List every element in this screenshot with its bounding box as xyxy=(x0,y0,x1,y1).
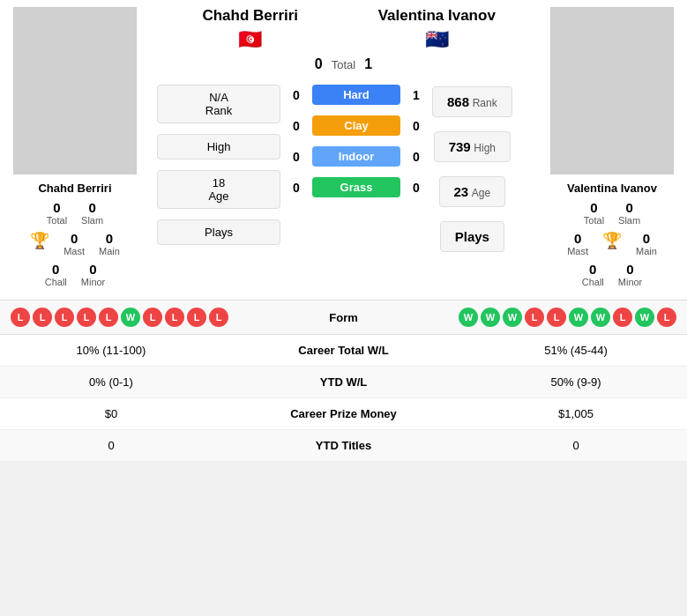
form-badge-right-L: L xyxy=(613,308,632,327)
stats-left-1: 0% (0-1) xyxy=(14,375,208,389)
form-badge-right-W: W xyxy=(503,308,522,327)
center-left-name: Chahd Berriri xyxy=(157,7,344,25)
left-total-value: 0 xyxy=(53,200,60,215)
form-badge-right-L: L xyxy=(657,308,676,327)
right-slam-label: Slam xyxy=(618,215,640,226)
form-badge-right-W: W xyxy=(569,308,588,327)
right-stat-row-3: 0 Chall 0 Minor xyxy=(537,262,687,287)
form-badge-left-L: L xyxy=(143,308,162,327)
left-slam-value: 0 xyxy=(88,200,95,215)
left-chall-value: 0 xyxy=(52,262,59,277)
right-chall-value: 0 xyxy=(589,262,596,277)
stats-table: 10% (11-100) Career Total W/L 51% (45-44… xyxy=(0,334,687,462)
stats-right-3: 0 xyxy=(479,439,673,452)
right-total-label: Total xyxy=(584,215,604,226)
right-stat-row-2: 0 Mast 🏆 0 Main xyxy=(537,231,687,256)
right-mast-stat: 0 Mast xyxy=(567,231,588,256)
surface-row-clay: 0 Clay 0 xyxy=(286,115,427,136)
left-info-boxes: N/A Rank High 18 Age Plays xyxy=(157,81,280,249)
left-form-badges: LLLLLWLLLL xyxy=(11,308,228,327)
stats-center-0: Career Total W/L xyxy=(208,344,479,357)
form-badge-left-L: L xyxy=(209,308,228,327)
hard-badge: Hard xyxy=(312,85,400,105)
left-chall-label: Chall xyxy=(45,277,67,287)
right-plays-value: Plays xyxy=(455,229,489,244)
left-age-value: 18 xyxy=(213,176,225,189)
left-age-label: Age xyxy=(208,189,228,203)
right-main-stat: 0 Main xyxy=(636,231,657,256)
right-age-box: 23 Age xyxy=(439,176,506,207)
form-badge-left-W: W xyxy=(121,308,140,327)
right-minor-stat: 0 Minor xyxy=(618,262,643,287)
left-minor-label: Minor xyxy=(81,277,106,287)
form-badge-left-L: L xyxy=(99,308,118,327)
left-high-box: High xyxy=(157,134,280,160)
stats-row-0: 10% (11-100) Career Total W/L 51% (45-44… xyxy=(0,335,687,367)
left-chall-stat: 0 Chall xyxy=(45,262,67,287)
left-plays-value: Plays xyxy=(205,226,233,239)
form-badge-left-L: L xyxy=(11,308,30,327)
right-age-value: 23 xyxy=(454,184,469,199)
left-main-stat: 0 Main xyxy=(99,231,120,256)
right-slam-value: 0 xyxy=(625,200,632,215)
stats-left-3: 0 xyxy=(14,439,208,452)
left-mast-num: 0 xyxy=(71,231,78,246)
left-high-value: High xyxy=(207,140,231,153)
stats-row-1: 0% (0-1) YTD W/L 50% (9-9) xyxy=(0,367,687,398)
left-stat-row-1: 0 Total 0 Slam xyxy=(0,200,150,226)
right-rank-label: Rank xyxy=(473,97,497,109)
top-section: Chahd Berriri 0 Total 0 Slam 🏆 0 Mast xyxy=(0,0,687,300)
grass-badge: Grass xyxy=(312,177,400,197)
total-row: 0 Total 1 xyxy=(315,56,372,72)
right-high-box: 739 High xyxy=(434,131,511,162)
left-stat-row-2: 🏆 0 Mast 0 Main xyxy=(0,231,150,256)
form-badge-left-L: L xyxy=(55,308,74,327)
left-player-area: Chahd Berriri 0 Total 0 Slam 🏆 0 Mast xyxy=(0,7,150,293)
stats-right-1: 50% (9-9) xyxy=(479,375,673,389)
surface-row-grass: 0 Grass 0 xyxy=(286,177,427,197)
left-mast-value-stat: 0 Mast xyxy=(63,231,85,256)
total-right: 1 xyxy=(364,56,372,72)
right-trophy-icon: 🏆 xyxy=(602,231,622,250)
stats-right-2: $1,005 xyxy=(479,407,673,420)
form-badge-left-L: L xyxy=(187,308,206,327)
right-main-value: 0 xyxy=(643,231,650,246)
center-area: Chahd Berriri 🇹🇳 Valentina Ivanov 🇳🇿 0 T… xyxy=(150,7,537,293)
form-badge-right-W: W xyxy=(635,308,654,327)
left-flag: 🇹🇳 xyxy=(157,28,344,51)
left-minor-stat: 0 Minor xyxy=(81,262,106,287)
form-badge-left-L: L xyxy=(77,308,96,327)
left-main-label: Main xyxy=(99,246,120,256)
form-label: Form xyxy=(232,311,455,324)
main-container: Chahd Berriri 0 Total 0 Slam 🏆 0 Mast xyxy=(0,0,687,462)
form-badge-right-W: W xyxy=(481,308,500,327)
clay-left-score: 0 xyxy=(286,119,307,133)
right-minor-value: 0 xyxy=(626,262,633,277)
stats-row-3: 0 YTD Titles 0 xyxy=(0,430,687,462)
form-badge-right-L: L xyxy=(547,308,566,327)
left-stat-row-3: 0 Chall 0 Minor xyxy=(0,262,150,287)
surface-section: 0 Hard 1 0 Clay 0 0 Indoor 0 xyxy=(286,85,427,204)
right-high-value: 739 xyxy=(449,139,471,154)
right-chall-stat: 0 Chall xyxy=(582,262,604,287)
left-total-label: Total xyxy=(47,215,67,226)
indoor-left-score: 0 xyxy=(286,150,307,164)
stats-left-2: $0 xyxy=(14,407,208,420)
left-main-value: 0 xyxy=(106,231,113,246)
left-rank-label: Rank xyxy=(205,104,232,117)
right-main-label: Main xyxy=(636,246,657,256)
stats-left-0: 10% (11-100) xyxy=(14,344,208,357)
stats-center-1: YTD W/L xyxy=(208,375,479,389)
right-stat-row-1: 0 Total 0 Slam xyxy=(537,200,687,226)
center-right-name: Valentina Ivanov xyxy=(344,7,531,25)
form-section: LLLLLWLLLL Form WWWLLWWLWL xyxy=(0,300,687,334)
right-player-name: Valentina Ivanov xyxy=(567,182,657,195)
form-badge-right-W: W xyxy=(591,308,610,327)
total-left: 0 xyxy=(315,56,323,72)
left-rank-value: N/A xyxy=(209,91,228,104)
indoor-badge: Indoor xyxy=(312,146,400,167)
right-minor-label: Minor xyxy=(618,277,643,287)
right-slam-stat: 0 Slam xyxy=(618,200,640,226)
right-player-area: Valentina Ivanov 0 Total 0 Slam 0 Mast 🏆 xyxy=(537,7,687,293)
left-player-photo xyxy=(13,7,137,174)
